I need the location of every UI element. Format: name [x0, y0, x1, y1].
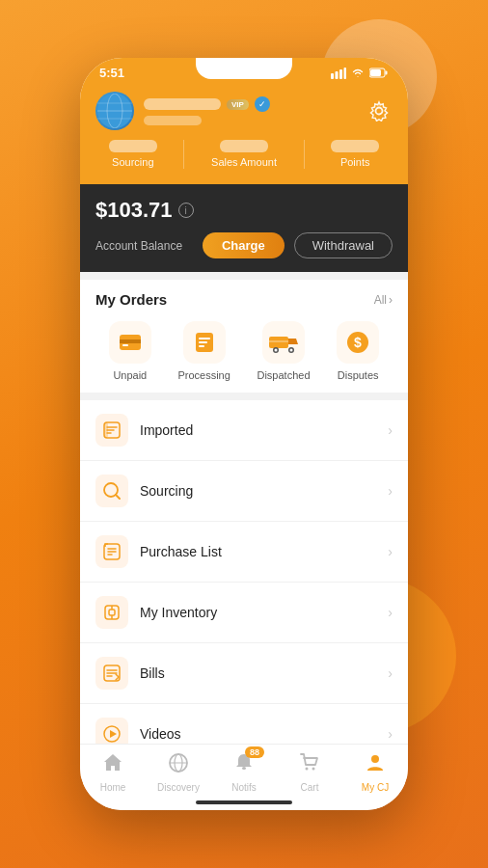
main-content: My Orders All ›: [80, 272, 408, 744]
order-unpaid[interactable]: Unpaid: [109, 321, 151, 381]
svg-rect-14: [120, 339, 141, 343]
bills-label: Bills: [140, 665, 388, 681]
charge-button[interactable]: Charge: [203, 232, 285, 258]
vip-badge: VIP: [227, 99, 249, 110]
my-inventory-label: My Inventory: [140, 605, 388, 620]
sourcing-icon: [102, 481, 122, 501]
discovery-icon: [168, 752, 189, 779]
processing-icon: [192, 330, 217, 355]
purchase-list-icon: [102, 542, 122, 561]
stat-sourcing[interactable]: Sourcing: [109, 140, 157, 169]
menu-item-imported[interactable]: Imported ›: [80, 400, 408, 461]
user-id: [144, 116, 202, 125]
user-name: [144, 98, 221, 110]
menu-item-bills[interactable]: Bills ›: [80, 643, 408, 704]
svg-rect-15: [122, 344, 128, 346]
videos-icon: [102, 724, 122, 744]
svg-point-56: [371, 755, 379, 763]
order-dispatched[interactable]: Dispatched: [257, 321, 310, 381]
unpaid-icon: [118, 330, 143, 355]
user-info: VIP ✓: [144, 96, 366, 125]
menu-item-my-inventory[interactable]: My Inventory ›: [80, 583, 408, 643]
stats-row: Sourcing Sales Amount Points: [95, 140, 393, 169]
svg-marker-21: [288, 339, 298, 344]
avatar[interactable]: [95, 92, 134, 130]
orders-all-link[interactable]: All ›: [374, 293, 393, 307]
processing-icon-box: [183, 321, 226, 364]
home-icon: [102, 752, 123, 779]
imported-chevron: ›: [388, 422, 393, 438]
bills-icon: [102, 664, 122, 683]
stat-points[interactable]: Points: [331, 140, 379, 169]
withdrawal-button[interactable]: Withdrawal: [294, 232, 393, 258]
my-inventory-icon-box: [95, 596, 128, 629]
bottom-nav: Home Discovery: [80, 744, 408, 797]
home-indicator: [80, 797, 408, 810]
my-cj-label: My CJ: [362, 782, 389, 793]
settings-icon[interactable]: [366, 97, 393, 124]
svg-point-54: [306, 768, 309, 771]
svg-rect-33: [104, 422, 108, 438]
nav-notifs[interactable]: 88 Notifs: [220, 752, 268, 793]
svg-rect-17: [199, 338, 210, 339]
orders-title: My Orders: [95, 291, 167, 308]
disputes-label: Disputes: [338, 369, 379, 381]
stat-sales[interactable]: Sales Amount: [211, 140, 277, 169]
my-cj-icon: [365, 752, 386, 779]
header: VIP ✓ Sourcing: [80, 84, 408, 184]
stat-points-label: Points: [340, 156, 370, 168]
svg-point-23: [275, 349, 278, 352]
notifs-badge-wrap: 88: [233, 752, 255, 779]
nav-my-cj[interactable]: My CJ: [351, 752, 399, 793]
unpaid-icon-box: [109, 321, 151, 364]
balance-section: $103.71 i Account Balance Charge Withdra…: [80, 184, 408, 272]
dispatched-label: Dispatched: [257, 369, 310, 381]
balance-actions: Charge Withdrawal: [203, 232, 393, 258]
menu-item-sourcing[interactable]: Sourcing ›: [80, 461, 408, 522]
info-icon[interactable]: i: [178, 203, 194, 218]
videos-icon-box: [95, 718, 128, 744]
nav-home[interactable]: Home: [89, 752, 137, 793]
purchase-list-chevron: ›: [388, 544, 393, 559]
battery-icon: [369, 68, 389, 78]
svg-point-25: [290, 349, 293, 352]
signal-icon: [331, 68, 346, 79]
status-time: 5:51: [99, 66, 124, 80]
stat-sales-label: Sales Amount: [211, 156, 277, 168]
purchase-list-label: Purchase List: [140, 544, 388, 559]
svg-rect-41: [109, 610, 115, 615]
menu-item-videos[interactable]: Videos ›: [80, 704, 408, 744]
sourcing-chevron: ›: [388, 483, 393, 499]
svg-text:$: $: [354, 335, 362, 350]
dispatched-icon-box: [262, 321, 305, 364]
unpaid-label: Unpaid: [113, 369, 147, 381]
status-icons: [331, 68, 389, 79]
home-bar: [196, 800, 292, 804]
my-inventory-chevron: ›: [388, 605, 393, 620]
balance-label: Account Balance: [95, 239, 182, 253]
svg-line-35: [116, 495, 120, 499]
nav-discovery[interactable]: Discovery: [154, 752, 203, 793]
dispatched-icon: [269, 331, 298, 354]
nav-cart[interactable]: Cart: [285, 752, 334, 793]
videos-label: Videos: [140, 726, 388, 742]
svg-marker-49: [110, 730, 117, 738]
order-processing[interactable]: Processing: [177, 321, 230, 381]
menu-item-purchase-list[interactable]: Purchase List ›: [80, 522, 408, 583]
orders-section: My Orders All ›: [80, 280, 408, 393]
svg-rect-0: [331, 73, 334, 79]
svg-rect-18: [199, 341, 207, 343]
my-inventory-icon: [102, 603, 122, 622]
svg-point-55: [312, 768, 315, 771]
imported-icon-box: [95, 414, 128, 447]
svg-rect-6: [370, 69, 381, 76]
verified-badge: ✓: [255, 96, 270, 112]
svg-rect-53: [242, 767, 246, 770]
home-label: Home: [100, 782, 126, 793]
bills-chevron: ›: [388, 665, 393, 681]
cart-icon: [299, 752, 320, 779]
svg-rect-3: [344, 68, 347, 79]
sourcing-label: Sourcing: [140, 483, 388, 499]
svg-point-12: [376, 108, 383, 115]
order-disputes[interactable]: $ Disputes: [337, 321, 379, 381]
